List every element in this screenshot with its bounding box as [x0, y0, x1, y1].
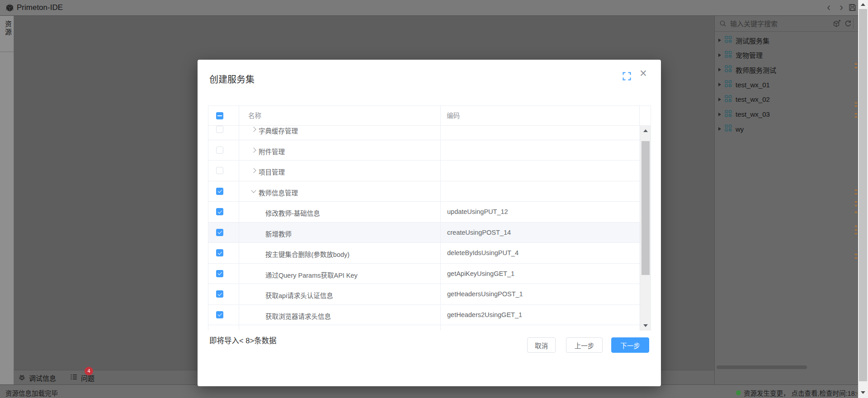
- tree-item[interactable]: test_wx_02: [718, 94, 849, 105]
- table-row[interactable]: 项目管理: [208, 161, 651, 181]
- row-checkbox[interactable]: [216, 229, 223, 236]
- row-checkbox[interactable]: [216, 270, 223, 277]
- expand-icon[interactable]: [251, 188, 256, 193]
- triangle-up-icon: [861, 3, 865, 6]
- caret-right-icon[interactable]: [718, 53, 721, 57]
- row-checkbox[interactable]: [216, 249, 223, 256]
- row-name: 修改教师-基础信息: [265, 208, 320, 218]
- caret-right-icon[interactable]: [718, 113, 721, 116]
- save-icon[interactable]: [849, 4, 856, 13]
- table-row[interactable]: 获取浏览器请求头信息 getHeaders2UsingGET_1: [208, 305, 651, 326]
- caret-right-icon[interactable]: [718, 83, 721, 86]
- app-title: Primeton-IDE: [17, 3, 63, 12]
- tree-item[interactable]: 宠物管理: [718, 49, 849, 61]
- tab-debug-info[interactable]: 调试信息: [18, 373, 56, 383]
- table-row-partial[interactable]: [208, 325, 651, 331]
- select-all-checkbox[interactable]: [216, 112, 223, 119]
- add-service-set-icon[interactable]: [832, 19, 841, 30]
- row-checkbox[interactable]: [216, 208, 223, 215]
- table-scrollbar-thumb[interactable]: [642, 141, 650, 275]
- table-scroll-up-icon[interactable]: [643, 129, 648, 132]
- service-set-icon: [725, 110, 732, 119]
- rail-divider: [0, 52, 14, 52]
- table-row[interactable]: 附件管理: [208, 140, 651, 161]
- status-green-dot-icon: [736, 390, 741, 395]
- marker-tick: [855, 67, 857, 68]
- marker-tick: [855, 105, 857, 107]
- row-checkbox[interactable]: [216, 147, 223, 154]
- problems-count-badge: 4: [85, 367, 93, 375]
- row-code: getHeadersUsingPOST_1: [447, 290, 523, 298]
- row-checkbox[interactable]: [216, 311, 223, 318]
- marker-tick: [855, 102, 857, 104]
- app-logo-icon: [5, 4, 14, 14]
- scroll-up-button[interactable]: [858, 0, 868, 9]
- primeton-ide-window: Primeton-IDE ‹ › 资源 调试信息 问题 4 资源信息加载完毕: [0, 0, 868, 398]
- tree-item-label: 教师服务测试: [736, 65, 776, 75]
- marker-tick: [855, 226, 857, 227]
- close-icon[interactable]: ×: [640, 67, 647, 80]
- service-tree-panel: 测试服务集 宠物管理 教师服务测试 test_wx_01 test_wx_02 …: [714, 16, 858, 384]
- sidebar-horizontal-scrollbar-thumb[interactable]: [717, 365, 807, 369]
- row-code: updateUsingPUT_12: [447, 208, 508, 215]
- fullscreen-icon[interactable]: [623, 72, 631, 82]
- window-scrollbar[interactable]: [858, 0, 868, 398]
- caret-right-icon[interactable]: [718, 38, 721, 42]
- service-set-icon: [725, 124, 732, 133]
- caret-right-icon[interactable]: [718, 127, 721, 131]
- window-scrollbar-thumb[interactable]: [859, 9, 867, 381]
- caret-right-icon[interactable]: [718, 98, 721, 101]
- marker-tick: [855, 63, 857, 65]
- problems-list-icon: [70, 373, 78, 383]
- scroll-down-button[interactable]: [858, 388, 868, 397]
- marker-tick: [855, 113, 857, 114]
- marker-tick: [855, 254, 857, 255]
- tree-item[interactable]: test_wx_03: [718, 109, 849, 120]
- row-checkbox[interactable]: [216, 188, 223, 195]
- nav-back-button[interactable]: ‹: [823, 0, 835, 14]
- table-row[interactable]: 修改教师-基础信息 updateUsingPUT_12: [208, 202, 651, 223]
- row-checkbox[interactable]: [216, 167, 223, 174]
- tree-item[interactable]: 教师服务测试: [718, 64, 849, 76]
- nav-forward-button[interactable]: ›: [835, 0, 847, 14]
- marker-tick: [855, 193, 857, 194]
- search-row-divider: [853, 19, 854, 28]
- import-summary: 即将导入< 8>条数据: [209, 335, 277, 346]
- table-row[interactable]: 获取api请求头认证信息 getHeadersUsingPOST_1: [208, 284, 651, 305]
- table-row[interactable]: 字典缓存管理: [208, 126, 651, 140]
- table-row[interactable]: 教师信息管理: [208, 181, 651, 202]
- row-name: 获取浏览器请求头信息: [265, 311, 331, 321]
- row-name: 字典缓存管理: [259, 126, 298, 135]
- service-set-icon: [725, 95, 732, 104]
- table-row[interactable]: 新增教师 createUsingPOST_14: [208, 223, 651, 243]
- expand-icon[interactable]: [251, 147, 256, 152]
- table-scroll-down-icon[interactable]: [643, 324, 648, 327]
- refresh-icon[interactable]: [844, 19, 852, 29]
- expand-icon[interactable]: [251, 168, 256, 173]
- table-row[interactable]: 按主键集合删除(参数放body) deleteByIdsUsingPUT_4: [208, 243, 651, 264]
- caret-right-icon[interactable]: [718, 68, 721, 71]
- cancel-button[interactable]: 取消: [527, 337, 556, 353]
- title-bar: Primeton-IDE ‹ ›: [0, 0, 868, 16]
- row-checkbox[interactable]: [216, 126, 223, 133]
- next-step-button[interactable]: 下一步: [611, 337, 649, 353]
- marker-tick: [855, 201, 857, 203]
- table-scrollbar[interactable]: [640, 126, 651, 331]
- expand-icon[interactable]: [251, 127, 256, 132]
- tree-item[interactable]: wy: [718, 123, 849, 135]
- previous-step-button[interactable]: 上一步: [566, 337, 603, 353]
- rail-tab-resources[interactable]: 资源: [3, 20, 13, 37]
- tree-item-label: 测试服务集: [736, 36, 769, 45]
- status-message-right[interactable]: 资源发生变更， 点击查看,检查时间:18:0: [736, 388, 857, 398]
- tree-item-label: test_wx_01: [736, 81, 770, 89]
- marker-tick: [855, 205, 857, 206]
- dialog-title: 创建服务集: [209, 72, 255, 85]
- row-name: 获取api请求头认证信息: [265, 290, 333, 300]
- status-right-text: 资源发生变更， 点击查看,检查时间:18:0: [744, 388, 857, 398]
- services-table: 名称 编码 字典缓存管理 附件管理 项目管理 教师信息管理 修改教师-基础信息 …: [208, 105, 651, 331]
- table-row[interactable]: 通过Query Params获取API Key getApiKeyUsingGE…: [208, 264, 651, 284]
- search-input[interactable]: [729, 18, 826, 29]
- tree-item[interactable]: 测试服务集: [718, 34, 849, 46]
- row-checkbox[interactable]: [216, 290, 223, 298]
- tree-item[interactable]: test_wx_01: [718, 79, 849, 90]
